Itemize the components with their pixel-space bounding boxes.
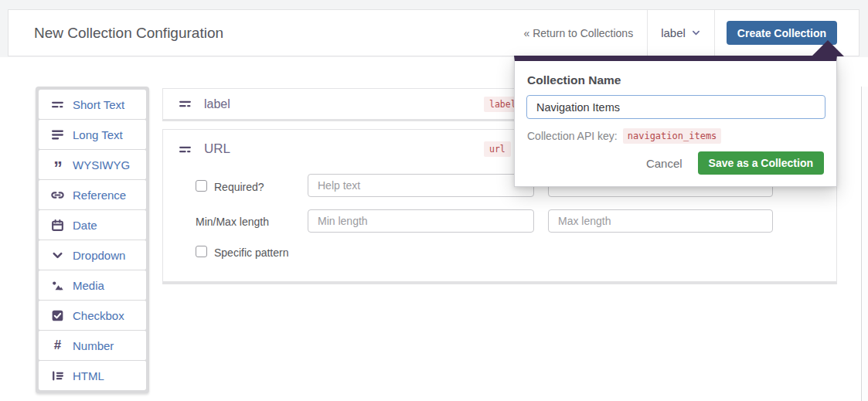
page-title: New Collection Configuration <box>34 25 223 42</box>
field-api-key-tag: url <box>484 141 511 157</box>
collection-api-key-row: Collection API key: navigation_items <box>527 128 721 144</box>
header-actions: « Return to Collections label Create Col… <box>524 10 837 56</box>
specific-pattern-checkbox[interactable] <box>196 246 207 257</box>
cutoff-panel-edge <box>861 87 868 401</box>
chevron-down-icon <box>691 28 701 38</box>
sidebar-item-dropdown[interactable]: Dropdown <box>39 240 146 270</box>
link-icon <box>50 188 65 202</box>
specific-pattern-label: Specific pattern <box>214 246 289 259</box>
drag-handle-icon[interactable] <box>178 142 192 157</box>
popover-actions: Cancel Save as a Collection <box>646 151 824 175</box>
long-text-icon <box>50 127 65 142</box>
drag-handle-icon[interactable] <box>178 97 192 111</box>
sidebar-item-date[interactable]: Date <box>39 210 146 240</box>
popover-caret <box>812 40 844 56</box>
short-text-icon <box>50 97 65 112</box>
sidebar-item-long-text[interactable]: Long Text <box>39 120 146 149</box>
field-type-palette: Short Text Long Text ” WYSIWYG Reference… <box>36 87 149 393</box>
list-icon <box>50 369 65 383</box>
sidebar-item-html[interactable]: HTML <box>39 361 146 390</box>
return-to-collections-link[interactable]: « Return to Collections <box>524 27 634 39</box>
field-title: label <box>204 97 230 111</box>
sidebar-item-checkbox[interactable]: Checkbox <box>39 301 146 330</box>
required-label: Required? <box>214 181 264 193</box>
collection-api-key-label: Collection API key: <box>527 130 618 142</box>
collection-name-heading: Collection Name <box>527 73 621 87</box>
field-select-dropdown[interactable]: label <box>648 10 714 56</box>
calendar-icon <box>50 218 65 233</box>
collection-name-input[interactable] <box>526 95 825 119</box>
page-header: New Collection Configuration « Return to… <box>8 9 859 56</box>
image-icon <box>50 278 65 293</box>
sidebar-item-reference[interactable]: Reference <box>39 180 146 209</box>
cancel-button[interactable]: Cancel <box>646 157 682 170</box>
sidebar-item-media[interactable]: Media <box>39 270 146 300</box>
quotes-icon: ” <box>50 158 65 172</box>
save-as-collection-button[interactable]: Save as a Collection <box>698 151 824 175</box>
sidebar-item-short-text[interactable]: Short Text <box>39 90 146 119</box>
divider <box>714 10 715 56</box>
chevron-down-icon <box>50 248 65 263</box>
max-length-input[interactable] <box>548 209 773 233</box>
minmax-label: Min/Max length <box>196 216 269 228</box>
hash-icon: # <box>50 338 65 353</box>
help-text-input[interactable] <box>308 174 534 197</box>
field-select-value: label <box>661 26 686 39</box>
sidebar-item-number[interactable]: # Number <box>39 331 146 360</box>
required-checkbox[interactable] <box>196 180 207 192</box>
sidebar-item-wysiwyg[interactable]: ” WYSIWYG <box>39 150 146 179</box>
checkbox-icon <box>50 308 65 323</box>
create-collection-popover: Collection Name Collection API key: navi… <box>514 56 837 187</box>
collection-api-key-value: navigation_items <box>623 128 722 144</box>
min-length-input[interactable] <box>308 209 534 233</box>
field-title: URL <box>204 141 230 157</box>
